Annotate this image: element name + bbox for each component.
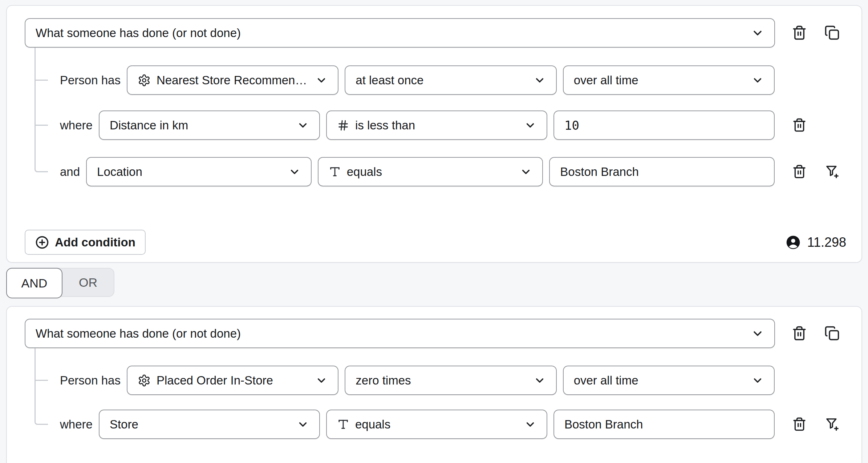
chevron-down-icon [315,374,328,387]
chevron-down-icon [288,166,301,178]
frequency-select[interactable]: zero times [345,366,556,395]
chevron-down-icon [297,418,309,431]
timeframe-select-value: over all time [574,73,638,87]
chevron-down-icon [524,418,536,431]
operator-select[interactable]: equals [326,410,547,439]
attribute-select-value: Store [110,418,138,431]
trash-icon [792,417,807,431]
condition-type-select[interactable]: What someone has done (or not done) [25,319,775,348]
or-button[interactable]: OR [62,269,114,296]
audience-count: 11.298 [785,230,846,255]
chevron-down-icon [751,327,764,340]
segment-builder: What someone has done (or not done) Pers… [0,0,868,463]
add-condition-button[interactable]: Add condition [25,230,146,255]
audience-count-value: 11.298 [807,235,846,250]
filter-condition-row: and Location equals [35,157,775,186]
attribute-select[interactable]: Distance in km [99,110,320,140]
text-type-icon [337,418,349,431]
duplicate-group-button[interactable] [823,24,841,41]
and-or-toggle: AND OR [6,268,114,297]
value-input[interactable] [549,157,775,186]
chevron-down-icon [534,374,546,387]
frequency-select[interactable]: at least once [345,65,556,95]
timeframe-select[interactable]: over all time [563,366,775,395]
value-input[interactable] [553,410,775,439]
condition-group-2: What someone has done (or not done) Pers… [6,306,862,463]
timeframe-select[interactable]: over all time [563,65,775,95]
filter-plus-icon [825,164,839,179]
row-label: Person has [60,73,121,87]
add-filter-button[interactable] [823,415,841,433]
delete-group-button[interactable] [791,325,808,342]
event-select[interactable]: Nearest Store Recommenda... [127,65,338,95]
event-condition-row: Person has Placed Order In-Store zero ti… [35,366,775,395]
copy-icon [824,326,840,341]
chevron-down-icon [297,119,309,132]
frequency-select-value: at least once [356,73,423,87]
person-circle-icon [785,234,801,250]
delete-condition-button[interactable] [791,415,808,433]
trash-icon [792,164,807,179]
operator-select-value: equals [355,418,390,431]
add-condition-label: Add condition [55,235,135,249]
filter-condition-row: where Store equals [35,410,775,439]
frequency-select-value: zero times [356,374,411,387]
trash-icon [792,25,807,40]
tree-connector-line [35,48,36,157]
row-label: and [60,165,80,179]
chevron-down-icon [520,166,532,178]
attribute-select[interactable]: Store [99,410,320,439]
delete-condition-button[interactable] [791,116,808,134]
row-label: where [60,418,93,431]
hash-icon [337,119,349,132]
condition-type-select[interactable]: What someone has done (or not done) [25,18,775,48]
text-type-icon [329,166,341,178]
operator-select-value: equals [347,165,382,179]
event-select[interactable]: Placed Order In-Store [127,366,338,395]
delete-condition-button[interactable] [791,163,808,180]
and-button[interactable]: AND [6,268,62,298]
chevron-down-icon [315,74,328,86]
chevron-down-icon [751,27,764,40]
gear-icon [138,74,151,87]
copy-icon [824,25,840,40]
plus-circle-icon [35,235,49,250]
operator-select[interactable]: equals [318,157,543,186]
row-label: Person has [60,374,121,387]
delete-group-button[interactable] [791,24,808,41]
event-select-value: Placed Order In-Store [157,374,273,387]
chevron-down-icon [751,74,764,86]
add-filter-button[interactable] [823,163,841,180]
duplicate-group-button[interactable] [823,325,841,342]
chevron-down-icon [751,374,764,387]
operator-select[interactable]: is less than [326,110,547,140]
chevron-down-icon [524,119,536,132]
filter-plus-icon [825,417,839,431]
gear-icon [138,374,151,387]
timeframe-select-value: over all time [574,374,638,387]
trash-icon [792,118,807,132]
attribute-select[interactable]: Location [86,157,312,186]
condition-type-value: What someone has done (or not done) [36,327,241,341]
event-select-value: Nearest Store Recommenda... [157,73,309,87]
filter-condition-row: where Distance in km is less than [35,110,775,140]
condition-type-value: What someone has done (or not done) [36,26,241,40]
event-condition-row: Person has Nearest Store Recommenda... a… [35,65,775,95]
attribute-select-value: Distance in km [110,118,188,132]
row-label: where [60,118,93,132]
trash-icon [792,326,807,341]
chevron-down-icon [534,74,546,86]
condition-group-1: What someone has done (or not done) Pers… [6,5,862,263]
attribute-select-value: Location [97,165,142,179]
operator-select-value: is less than [355,118,415,132]
value-input[interactable] [553,110,775,140]
